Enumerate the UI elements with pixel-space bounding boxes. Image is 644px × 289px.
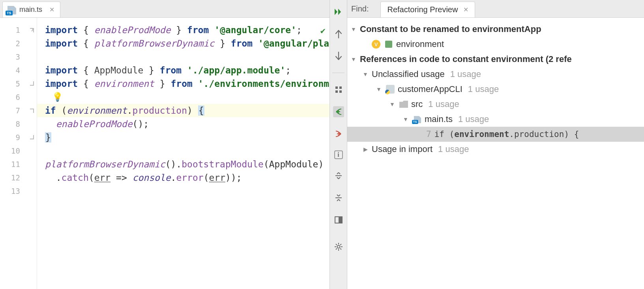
chevron-down-icon[interactable]: ▼ (350, 56, 358, 62)
close-icon[interactable]: ✕ (49, 6, 54, 13)
tab-main-ts[interactable]: TS main.ts ✕ (2, 2, 60, 17)
find-panel: Find: Refactoring Preview ✕ ▼ Constant t… (347, 0, 644, 289)
project-node[interactable]: ▼ customerAppCLI 1 usage (347, 82, 644, 97)
settings-gear-icon[interactable] (333, 241, 344, 252)
grid-icon[interactable] (333, 84, 344, 95)
editor-area[interactable]: 1 2 3 4 5 6 7 8 9 10 11 12 13 ✔ import {… (0, 18, 329, 289)
find-toolbar: i (330, 0, 347, 289)
find-header: Find: Refactoring Preview ✕ (347, 0, 644, 18)
merge-left-icon[interactable] (333, 106, 344, 117)
info-icon[interactable]: i (334, 150, 343, 159)
expand-icon[interactable] (333, 192, 344, 203)
svg-point-6 (337, 246, 340, 248)
import-usage-node[interactable]: ▶ Usage in import 1 usage (347, 142, 644, 157)
folder-node[interactable]: ▼ src 1 usage (347, 97, 644, 112)
typescript-file-icon: TS (7, 5, 16, 15)
gutter: 1 2 3 4 5 6 7 8 9 10 11 12 13 (0, 18, 37, 289)
references-heading[interactable]: ▼ References in code to constant environ… (347, 52, 644, 67)
variable-icon: V (371, 40, 381, 49)
fold-marker-icon[interactable] (30, 27, 35, 33)
svg-rect-5 (339, 217, 342, 223)
code-area[interactable]: ✔ import { enableProdMode } from '@angul… (37, 18, 329, 289)
editor-panel: TS main.ts ✕ 1 2 3 4 5 6 7 8 9 10 11 12 … (0, 0, 330, 289)
rename-target-item[interactable]: V environment (347, 37, 644, 52)
chevron-down-icon[interactable]: ▼ (388, 101, 396, 107)
lightbulb-icon[interactable]: 💡 (52, 90, 63, 104)
arrow-down-icon[interactable] (333, 51, 344, 62)
svg-rect-2 (335, 90, 338, 93)
svg-line-12 (340, 248, 341, 250)
svg-line-14 (340, 244, 341, 245)
svg-line-11 (336, 244, 337, 245)
arrow-up-icon[interactable] (333, 28, 344, 39)
usage-line-node[interactable]: 7if (environment.production) { (347, 127, 644, 142)
close-icon[interactable]: ✕ (463, 6, 468, 13)
tab-title: main.ts (19, 6, 42, 14)
collapse-icon[interactable] (333, 170, 344, 181)
chevron-down-icon[interactable]: ▼ (361, 71, 369, 77)
side-panel-icon[interactable] (333, 214, 344, 225)
find-panel-wrapper: i Find: Refactoring Preview ✕ ▼ Constant… (330, 0, 644, 289)
chevron-down-icon[interactable]: ▼ (402, 116, 410, 122)
merge-right-icon[interactable] (333, 128, 344, 139)
refactoring-preview-tab[interactable]: Refactoring Preview ✕ (380, 2, 475, 17)
tree-heading[interactable]: ▼ Constant to be renamed to environmentA… (347, 22, 644, 37)
svg-line-13 (336, 248, 337, 250)
fold-marker-icon[interactable] (30, 108, 35, 113)
unclassified-usage-node[interactable]: ▼ Unclassified usage 1 usage (347, 67, 644, 82)
svg-rect-3 (339, 90, 342, 93)
find-label: Find: (351, 4, 369, 13)
chevron-right-icon[interactable]: ▶ (361, 146, 369, 152)
fold-marker-icon[interactable] (30, 135, 35, 140)
editor-tab-bar: TS main.ts ✕ (0, 0, 329, 18)
chevron-down-icon[interactable]: ▼ (350, 26, 358, 32)
svg-rect-1 (339, 86, 342, 89)
typescript-file-icon: TS (412, 114, 422, 124)
project-icon (385, 85, 395, 94)
run-refactor-icon[interactable] (333, 6, 344, 17)
constant-icon (384, 41, 394, 48)
chevron-down-icon[interactable]: ▼ (375, 86, 383, 92)
fold-marker-icon[interactable] (30, 81, 35, 86)
folder-icon (399, 101, 409, 108)
svg-rect-0 (335, 86, 338, 89)
tab-title: Refactoring Preview (387, 5, 458, 14)
file-node[interactable]: ▼ TS main.ts 1 usage (347, 112, 644, 127)
refactoring-tree[interactable]: ▼ Constant to be renamed to environmentA… (347, 18, 644, 289)
